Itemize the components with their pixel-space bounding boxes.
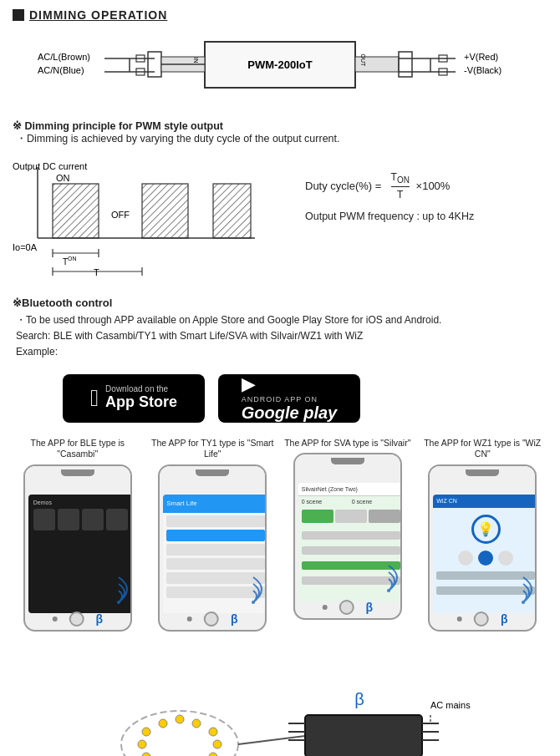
pwm-formula: Duty cycle(%) = TON T ×100% Output PWM f… [280,155,547,222]
svg-text:Io=0A: Io=0A [13,242,38,252]
phone-top-smart-life [160,466,265,479]
svg-point-48 [159,719,167,728]
phone-wrapper-wiz: WiZ CN 💡 β [428,464,537,632]
svg-text:Output DC current: Output DC current [13,161,87,171]
bottom-svg: LED Strip β AC mains [71,648,489,756]
formula-numerator: TON [391,171,410,187]
svg-point-47 [142,728,150,736]
apple-icon:  [90,387,99,410]
phone-col-smart-life: The APP for TY1 type is "Smart Life" Sma… [148,438,278,632]
bt-icon-silvair: β [365,601,373,614]
svg-rect-30 [142,184,188,238]
svg-point-53 [209,753,217,756]
phones-section: The APP for BLE type is "Casambi" Demos [13,438,547,632]
google-play-icon: ▶ [242,373,256,394]
phone-home-wiz [474,611,489,627]
dimming-note-title: ※ Dimming principle for PWM style output [13,119,547,132]
bt-note-line2: Search: BLE with Casambi/TY1 with Smart … [16,328,547,344]
app-store-small-text: Download on the [105,384,177,393]
phone-home-smart-life [204,611,219,627]
svg-text:-V(Black): -V(Black) [464,65,501,75]
google-play-text-group: ANDROID APP ON Google play [242,395,337,423]
svg-point-49 [176,715,184,723]
svg-point-44 [387,589,390,592]
svg-rect-15 [399,52,412,77]
phone-top-casambi [25,466,130,479]
svg-text:ON: ON [68,256,77,261]
svg-point-45 [522,601,525,604]
phone-top-wiz [430,466,535,479]
formula-prefix: Duty cycle(%) = [305,180,388,192]
svg-rect-28 [53,184,99,238]
phone-wrapper-casambi: Demos β [23,464,132,632]
wifi-waves-smart-life [247,572,273,611]
bottom-diagram: LED Strip β AC mains [13,648,547,756]
section-header: DIMMING OPERATION [13,8,547,22]
svg-text:OFF: OFF [111,210,130,220]
wiring-svg: AC/L(Brown) AC/N(Blue) PWM-200IoT +V(Red… [21,33,539,104]
svg-text:β: β [354,690,364,708]
dimming-note: ※ Dimming principle for PWM style output… [13,119,547,146]
svg-text:AC/L(Brown): AC/L(Brown) [38,52,90,62]
google-play-large-text: Google play [242,403,337,423]
bt-icon-casambi: β [95,612,103,626]
phone-notch-wiz [466,469,499,476]
formula-fraction: TON T [391,171,410,200]
phone-top-silvair [295,454,400,468]
phone-home-casambi [69,611,84,627]
wiring-diagram: AC/L(Brown) AC/N(Blue) PWM-200IoT +V(Red… [13,33,547,104]
section-title: DIMMING OPERATION [29,8,167,22]
wifi-waves-casambi [112,572,139,611]
phone-col-silvair: The APP for SVA type is "Silvair" Silvai… [283,438,413,632]
svg-point-50 [192,719,201,728]
svg-point-52 [213,740,221,748]
phone-col-casambi: The APP for BLE type is "Casambi" Demos [13,438,143,632]
bluetooth-section: ※Bluetooth control ・To be used through A… [13,297,547,361]
google-play-button[interactable]: ▶ ANDROID APP ON Google play [218,374,360,423]
wifi-waves-silvair [382,561,409,599]
svg-rect-61 [305,715,422,756]
svg-rect-7 [148,52,161,77]
store-buttons:  Download on the App Store ▶ ANDROID AP… [63,374,547,423]
formula-multiplier: ×100% [413,180,450,192]
phone-label-casambi: The APP for BLE type is "Casambi" [13,438,143,460]
svg-text:AC/N(Blue): AC/N(Blue) [38,65,84,75]
duty-cycle-formula: Duty cycle(%) = TON T ×100% [305,171,547,200]
app-store-large-text: App Store [105,393,177,412]
phone-label-smart-life: The APP for TY1 type is "Smart Life" [148,438,278,460]
svg-text:IN: IN [193,58,199,63]
svg-text:AC mains: AC mains [430,700,471,710]
app-store-text-group: Download on the App Store [105,384,177,412]
dimming-note-body: ・Dimming is achieved by varying the duty… [16,132,547,146]
svg-point-42 [117,601,120,604]
svg-text:+V(Red): +V(Red) [464,52,498,62]
svg-text:OUT: OUT [360,54,366,68]
phone-home-silvair [339,600,354,615]
formula-denominator: T [397,187,403,200]
phone-notch-smart-life [196,469,229,476]
app-store-inner:  Download on the App Store [90,384,177,412]
phone-wrapper-smart-life: Smart Life β [158,464,267,632]
svg-point-43 [252,601,255,604]
phone-wrapper-silvair: SilvairNet (Zone Two) 0 scene 0 scene [293,453,402,620]
phone-label-wiz: The APP for WZ1 type is "WiZ CN" [418,438,548,460]
pwm-section: Output DC current ON OFF Io=0A T [13,155,547,278]
bt-icon-smart-life: β [231,612,238,626]
phone-notch-casambi [61,469,94,476]
phone-col-wiz: The APP for WZ1 type is "WiZ CN" WiZ CN … [418,438,548,632]
bt-note-line3: Example: [16,344,547,360]
bt-title: ※Bluetooth control [13,297,547,309]
phone-notch-silvair [331,458,364,464]
svg-point-58 [138,740,146,748]
header-box-icon [13,9,24,21]
pwm-frequency-text: Output PWM frequency : up to 4KHz [305,211,547,222]
wifi-waves-wiz [517,572,543,611]
phone-label-silvair: The APP for SVA type is "Silvair" [284,438,410,449]
google-play-inner: ▶ ANDROID APP ON Google play [242,373,337,423]
app-store-button[interactable]:  Download on the App Store [63,374,205,423]
svg-text:PWM-200IoT: PWM-200IoT [247,58,312,71]
svg-point-57 [142,753,150,756]
bt-icon-wiz: β [501,612,508,626]
pwm-diagram: Output DC current ON OFF Io=0A T [13,155,280,278]
svg-text:ON: ON [56,173,70,183]
